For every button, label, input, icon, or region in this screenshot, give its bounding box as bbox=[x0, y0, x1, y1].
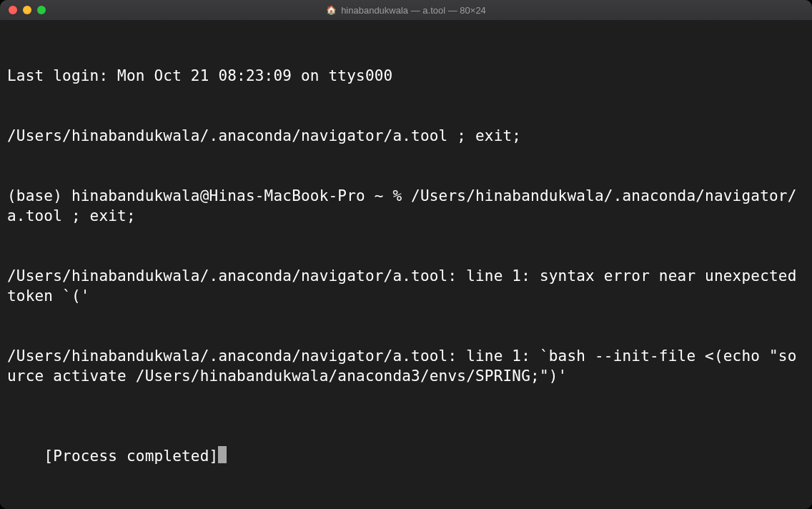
window-title-text: hinabandukwala — a.tool — 80×24 bbox=[341, 5, 486, 16]
terminal-line: [Process completed] bbox=[44, 448, 227, 465]
minimize-window-button[interactable] bbox=[23, 6, 31, 14]
terminal-line: /Users/hinabandukwala/.anaconda/navigato… bbox=[7, 266, 805, 306]
terminal-line: (base) hinabandukwala@Hinas-MacBook-Pro … bbox=[7, 186, 805, 226]
terminal-line: /Users/hinabandukwala/.anaconda/navigato… bbox=[7, 346, 805, 386]
close-window-button[interactable] bbox=[9, 6, 17, 14]
window-title: 🏠 hinabandukwala — a.tool — 80×24 bbox=[0, 0, 812, 20]
terminal-line: /Users/hinabandukwala/.anaconda/navigato… bbox=[7, 126, 805, 146]
zoom-window-button[interactable] bbox=[37, 6, 46, 14]
terminal-window: 🏠 hinabandukwala — a.tool — 80×24 Last l… bbox=[0, 0, 812, 509]
process-completed-text: [Process completed] bbox=[44, 448, 218, 465]
home-icon: 🏠 bbox=[326, 6, 337, 14]
traffic-lights bbox=[9, 6, 46, 14]
window-titlebar: 🏠 hinabandukwala — a.tool — 80×24 bbox=[0, 0, 812, 20]
terminal-cursor bbox=[218, 446, 227, 463]
terminal-output[interactable]: Last login: Mon Oct 21 08:23:09 on ttys0… bbox=[0, 20, 812, 509]
terminal-line: Last login: Mon Oct 21 08:23:09 on ttys0… bbox=[7, 66, 805, 86]
